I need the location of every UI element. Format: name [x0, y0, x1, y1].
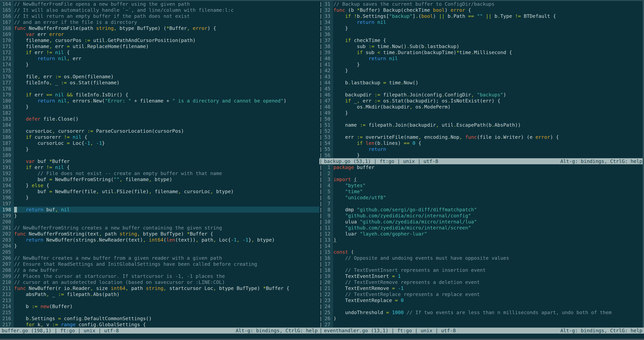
code-line[interactable]: if err != nil {: [14, 164, 319, 170]
code-line[interactable]: TextEventInsert = 1: [334, 273, 644, 279]
code-line[interactable]: TextEventRemove = -1: [334, 285, 644, 291]
code-line[interactable]: filename, cursorPos := util.GetPathAndCu…: [14, 37, 319, 43]
code-area[interactable]: // Backup saves the current buffer to Co…: [334, 1, 644, 158]
code-line[interactable]: [334, 261, 644, 267]
code-line[interactable]: fileInfo, _ := os.Stat(filename): [14, 80, 319, 86]
code-line[interactable]: package buffer: [334, 164, 644, 170]
code-line[interactable]: file, err := os.Open(filename): [14, 74, 319, 80]
code-line[interactable]: b.Settings = config.DefaultCommonSetting…: [14, 315, 319, 321]
code-line[interactable]: [14, 122, 319, 128]
code-line[interactable]: return: [334, 146, 644, 152]
code-line[interactable]: buf = NewBufferFromString("", filename, …: [14, 176, 319, 183]
code-line[interactable]: }: [14, 243, 319, 249]
code-line[interactable]: [14, 110, 319, 116]
code-line[interactable]: // cursor at an autodetected location (b…: [14, 279, 319, 285]
code-line[interactable]: "time": [334, 189, 644, 195]
code-line[interactable]: return buf, nil: [14, 207, 319, 213]
code-line[interactable]: // It will return an empty buffer if the…: [14, 13, 319, 19]
code-line[interactable]: [14, 86, 319, 92]
code-line[interactable]: // File does not exist -- create an empt…: [14, 170, 319, 176]
code-line[interactable]: }: [334, 25, 644, 31]
code-line[interactable]: func NewBufferFromString(text, path stri…: [14, 231, 319, 237]
editor-pane-buffer-go[interactable]: 1641651661671681691701711721731741751761…: [0, 1, 319, 327]
code-line[interactable]: filename, err = util.ReplaceHome(filenam…: [14, 43, 319, 49]
code-line[interactable]: // and an error if the file is a directo…: [14, 19, 319, 25]
code-line[interactable]: os.Mkdir(backupdir, os.ModePerm): [334, 104, 644, 110]
code-line[interactable]: const (: [334, 249, 644, 255]
code-line[interactable]: backupdir := filepath.Join(config.Config…: [334, 92, 644, 98]
code-area[interactable]: // NewBufferFromFile opens a new buffer …: [14, 1, 319, 327]
code-line[interactable]: TextEventReplace = 0: [334, 297, 644, 303]
code-line[interactable]: [334, 116, 644, 122]
code-line[interactable]: return nil: [334, 55, 644, 62]
code-line[interactable]: }: [14, 195, 319, 201]
code-line[interactable]: defer file.Close(): [14, 116, 319, 122]
code-line[interactable]: [334, 74, 644, 80]
code-line[interactable]: ulua "github.com/zyedidia/micro/internal…: [334, 219, 644, 225]
code-line[interactable]: if sub < time.Duration(backupTime)*time.…: [334, 49, 644, 55]
code-line[interactable]: if err != nil {: [14, 49, 319, 55]
code-line[interactable]: "unicode/utf8": [334, 195, 644, 201]
code-line[interactable]: luar "layeh.com/gopher-luar": [334, 231, 644, 237]
code-line[interactable]: "github.com/zyedidia/micro/internal/scre…: [334, 225, 644, 231]
code-line[interactable]: [334, 31, 644, 37]
code-line[interactable]: cursorLoc, cursorerr := ParseCursorLocat…: [14, 128, 319, 134]
vertical-split-divider[interactable]: ||||||||||||||||||||||||||||||||||||||||…: [319, 1, 322, 334]
code-line[interactable]: // NewBufferFromFile opens a new buffer …: [14, 1, 319, 7]
code-area[interactable]: package bufferimport ( "bytes" "time" "u…: [334, 164, 644, 327]
code-line[interactable]: var buf *Buffer: [14, 158, 319, 164]
code-line[interactable]: // NewBufferFromString creates a new buf…: [14, 225, 319, 231]
code-line[interactable]: // It will also automatically handle `~`…: [14, 7, 319, 13]
code-line[interactable]: if len(b.lines) == 0 {: [334, 140, 644, 146]
code-line[interactable]: b := new(Buffer): [14, 303, 319, 309]
code-line[interactable]: buf = NewBuffer(file, util.FSize(file), …: [14, 189, 319, 195]
editor-pane-eventhandler-go[interactable]: 1234567891011121314151617181920212223242…: [322, 164, 644, 327]
code-line[interactable]: }: [14, 62, 319, 68]
code-line[interactable]: // Backup saves the current buffer to Co…: [334, 1, 644, 7]
code-line[interactable]: // TextEventInsert represents an inserti…: [334, 267, 644, 273]
code-line[interactable]: }: [14, 146, 319, 152]
code-line[interactable]: }: [14, 104, 319, 110]
code-line[interactable]: b.lastbackup = time.Now(): [334, 80, 644, 86]
code-line[interactable]: // Opposite and undoing events must have…: [334, 255, 644, 261]
code-line[interactable]: return NewBuffer(strings.NewReader(text)…: [14, 237, 319, 243]
code-line[interactable]: sub := time.Now().Sub(b.lastbackup): [334, 43, 644, 49]
code-line[interactable]: // a new buffer: [14, 267, 319, 273]
code-line[interactable]: absPath, _ := filepath.Abs(path): [14, 291, 319, 297]
code-line[interactable]: } else {: [14, 183, 319, 189]
code-line[interactable]: if err == nil && fileInfo.IsDir() {: [14, 92, 319, 98]
code-line[interactable]: }: [334, 62, 644, 68]
code-line[interactable]: "bytes": [334, 183, 644, 189]
code-line[interactable]: [14, 201, 319, 207]
code-line[interactable]: [334, 86, 644, 92]
code-line[interactable]: }: [334, 110, 644, 116]
code-line[interactable]: // NewBuffer creates a new buffer from a…: [14, 255, 319, 261]
code-line[interactable]: if checkTime {: [334, 37, 644, 43]
code-line[interactable]: for k, v := range config.GlobalSettings …: [14, 321, 319, 327]
code-line[interactable]: }: [334, 152, 644, 158]
code-line[interactable]: name := filepath.Join(backupdir, util.Es…: [334, 122, 644, 128]
code-line[interactable]: [14, 219, 319, 225]
code-line[interactable]: // TextEventReplace represents a replace…: [334, 291, 644, 297]
code-line[interactable]: cursorLoc = Loc{-1, -1}: [14, 140, 319, 146]
code-line[interactable]: [334, 243, 644, 249]
code-line[interactable]: undoThreshold = 1000 // If two events ar…: [334, 309, 644, 315]
code-line[interactable]: [14, 68, 319, 74]
code-line[interactable]: ): [334, 237, 644, 243]
code-line[interactable]: if _, err := os.Stat(backupdir); os.IsNo…: [334, 98, 644, 104]
code-line[interactable]: [14, 309, 319, 315]
code-line[interactable]: return nil, err: [14, 55, 319, 62]
code-line[interactable]: // TextEventRemove represents a deletion…: [334, 279, 644, 285]
code-line[interactable]: var err error: [14, 31, 319, 37]
code-line[interactable]: }: [334, 68, 644, 74]
code-line[interactable]: return nil: [334, 19, 644, 25]
code-line[interactable]: func (b *Buffer) Backup(checkTime bool) …: [334, 7, 644, 13]
code-line[interactable]: [334, 321, 644, 327]
code-line[interactable]: ): [334, 315, 644, 321]
code-line[interactable]: "github.com/zyedidia/micro/internal/conf…: [334, 213, 644, 219]
code-line[interactable]: import (: [334, 176, 644, 183]
code-line[interactable]: }: [14, 213, 319, 219]
code-line[interactable]: err := overwriteFile(name, encoding.Nop,…: [334, 134, 644, 140]
code-line[interactable]: [14, 152, 319, 158]
editor-pane-backup-go[interactable]: 3132333435363738394041424344454647484950…: [322, 1, 644, 158]
